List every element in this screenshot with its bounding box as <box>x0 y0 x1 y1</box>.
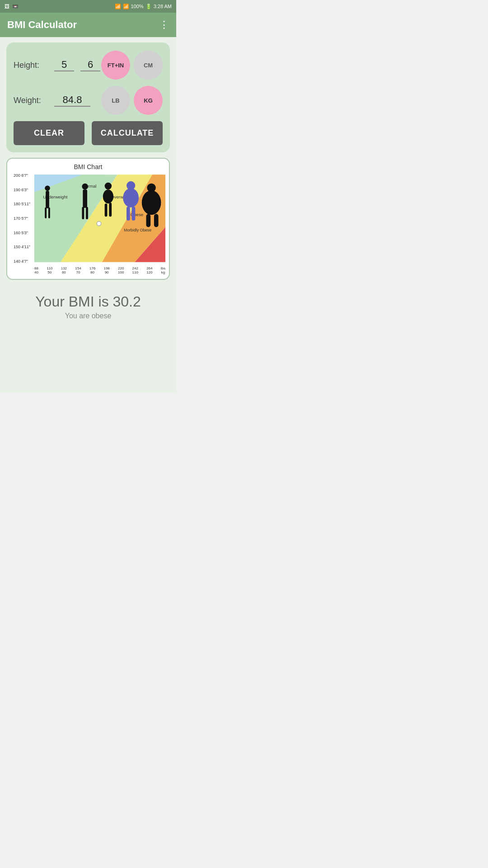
x-col-264: 264120 <box>146 266 152 274</box>
cm-button[interactable]: CM <box>134 51 163 80</box>
signal-icon: 📶 <box>123 4 129 9</box>
bmi-status: You are obese <box>6 312 170 320</box>
x-col-88: 8840 <box>34 266 38 274</box>
height-label: Height: <box>14 61 54 70</box>
result-section: Your BMI is 30.2 You are obese <box>6 286 170 325</box>
y-label-170: 1705'7" <box>11 216 33 221</box>
y-label-160: 1605'3" <box>11 231 33 235</box>
svg-point-24 <box>142 190 161 215</box>
weight-row: Weight: LB KG <box>14 86 163 115</box>
x-units: lbskg <box>161 266 165 274</box>
app-title: BMI Calculator <box>7 19 77 31</box>
x-axis-labels: 8840 11050 13260 15470 17680 19890 22010… <box>34 266 165 274</box>
image-icon: 🖼 <box>5 4 9 9</box>
svg-rect-10 <box>48 208 50 218</box>
chart-title: BMI Chart <box>11 163 165 170</box>
svg-point-15 <box>105 183 112 189</box>
chart-card: BMI Chart 2006'7" 1906'3" 1805'11" 1705'… <box>6 158 170 280</box>
y-axis-labels: 2006'7" 1906'3" 1805'11" 1705'7" 1605'3"… <box>11 173 34 264</box>
svg-point-20 <box>123 188 139 208</box>
height-in-input[interactable] <box>80 59 100 71</box>
x-col-198: 19890 <box>103 266 109 274</box>
svg-point-11 <box>82 184 88 190</box>
status-left-icons: 🖼 📼 <box>5 4 19 9</box>
height-ft-input[interactable] <box>54 59 74 71</box>
status-bar: 🖼 📼 📶 📶 100% 🔋 3:28 AM <box>0 0 176 13</box>
x-col-132: 13260 <box>61 266 67 274</box>
app-bar: BMI Calculator ⋮ <box>0 13 176 37</box>
bmi-chart-svg: Underweight Normal Overweight Obese Morb… <box>34 173 165 264</box>
x-col-242: 242110 <box>132 266 138 274</box>
svg-rect-9 <box>45 208 47 218</box>
height-unit-buttons: FT+IN CM <box>101 51 163 80</box>
svg-rect-13 <box>82 207 84 219</box>
chart-container: 2006'7" 1906'3" 1805'11" 1705'7" 1605'3"… <box>11 173 165 274</box>
x-col-176: 17680 <box>89 266 95 274</box>
svg-rect-25 <box>146 214 150 227</box>
cassette-icon: 📼 <box>12 4 19 9</box>
battery-icon: 🔋 <box>145 4 152 9</box>
wifi-icon: 📶 <box>115 4 121 9</box>
y-label-150: 1504'11" <box>11 245 33 249</box>
clear-button[interactable]: CLEAR <box>14 121 84 145</box>
lb-button[interactable]: LB <box>101 86 130 115</box>
x-col-110: 11050 <box>47 266 52 274</box>
action-row: CLEAR CALCULATE <box>14 121 163 145</box>
bmi-marker <box>97 222 101 226</box>
x-col-220: 220100 <box>118 266 124 274</box>
svg-point-7 <box>45 186 50 191</box>
y-label-200: 2006'7" <box>11 173 33 178</box>
weight-label: Weight: <box>14 96 54 105</box>
y-label-190: 1906'3" <box>11 188 33 192</box>
svg-rect-21 <box>127 207 130 221</box>
status-right-info: 📶 📶 100% 🔋 3:28 AM <box>115 4 172 9</box>
more-options-icon[interactable]: ⋮ <box>159 19 169 31</box>
weight-unit-buttons: LB KG <box>101 86 163 115</box>
kg-button[interactable]: KG <box>134 86 163 115</box>
battery-percent: 100% <box>131 4 144 9</box>
svg-rect-8 <box>46 191 49 208</box>
ftin-button[interactable]: FT+IN <box>101 51 130 80</box>
height-row: Height: FT+IN CM <box>14 51 163 80</box>
y-label-140: 1404'7" <box>11 259 33 264</box>
input-card: Height: FT+IN CM Weight: LB KG <box>6 42 170 152</box>
time-display: 3:28 AM <box>154 4 172 9</box>
svg-rect-14 <box>86 207 88 219</box>
chart-visual: Underweight Normal Overweight Obese Morb… <box>34 173 165 274</box>
svg-point-16 <box>103 189 113 203</box>
svg-rect-17 <box>105 203 108 217</box>
y-label-180: 1805'11" <box>11 202 33 206</box>
svg-rect-18 <box>109 203 112 217</box>
bmi-value: Your BMI is 30.2 <box>6 293 170 310</box>
svg-rect-22 <box>132 207 136 221</box>
x-col-154: 15470 <box>75 266 81 274</box>
height-inputs <box>54 59 101 71</box>
weight-input[interactable] <box>54 94 90 107</box>
svg-rect-12 <box>83 189 87 208</box>
calculate-button[interactable]: CALCULATE <box>92 121 163 145</box>
svg-rect-26 <box>154 214 159 227</box>
morbidly-obese-label: Morbidly Obese <box>124 228 151 232</box>
main-content: Height: FT+IN CM Weight: LB KG <box>0 37 176 392</box>
